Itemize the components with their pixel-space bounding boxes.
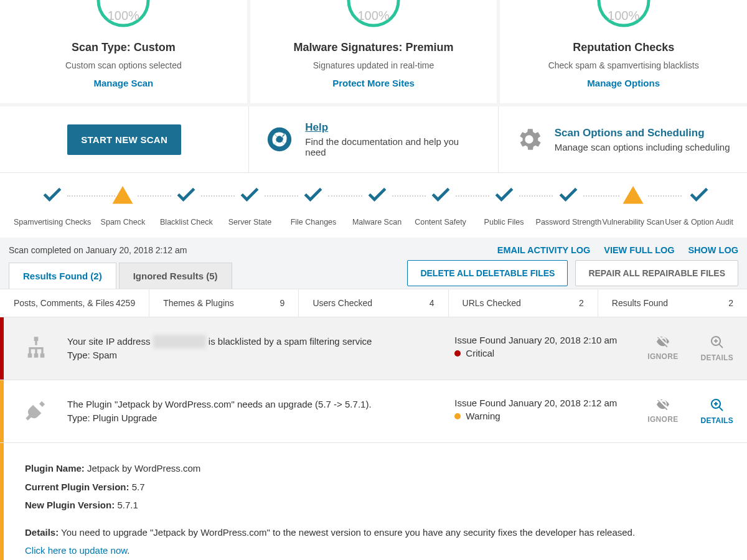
gauge-scan-type: 100% Scan Type: Custom Custom scan optio… xyxy=(0,0,247,103)
manage-options-link[interactable]: Manage Options xyxy=(587,78,660,88)
protect-sites-link[interactable]: Protect More Sites xyxy=(332,78,415,88)
tab-ignored-results[interactable]: Ignored Results (5) xyxy=(119,263,232,289)
gauge-signatures: 100% Malware Signatures: Premium Signatu… xyxy=(250,0,497,103)
check-icon xyxy=(238,184,261,207)
plug-icon xyxy=(17,398,55,425)
gauge-reputation: 100% Reputation Checks Check spam & spam… xyxy=(500,0,747,103)
check-item: Vulnerability Scan xyxy=(601,184,665,226)
check-item: Server State xyxy=(218,184,281,226)
help-link[interactable]: Help xyxy=(305,121,328,133)
check-item: Spam Check xyxy=(91,184,154,226)
check-item: Malware Scan xyxy=(345,184,408,226)
help-cell[interactable]: Help Find the documentation and help you… xyxy=(249,106,498,172)
severity-dot xyxy=(454,413,461,419)
warn-icon xyxy=(622,184,644,207)
stat-cell: Results Found2 xyxy=(598,289,747,317)
check-icon xyxy=(175,184,197,207)
gauge-row: 100% Scan Type: Custom Custom scan optio… xyxy=(0,0,747,103)
show-log-link[interactable]: SHOW LOG xyxy=(688,245,738,255)
stat-cell: URLs Checked2 xyxy=(449,289,598,317)
tab-results-found[interactable]: Results Found (2) xyxy=(9,263,116,289)
check-icon xyxy=(366,184,388,207)
scan-options-link[interactable]: Scan Options and Scheduling xyxy=(555,127,730,139)
check-icon xyxy=(688,184,710,207)
delete-all-button[interactable]: DELETE ALL DELETABLE FILES xyxy=(407,260,568,286)
view-full-log-link[interactable]: VIEW FULL LOG xyxy=(604,245,674,255)
update-now-link[interactable]: Click here to update now xyxy=(25,545,127,556)
stat-cell: Themes & Plugins9 xyxy=(149,289,299,317)
check-icon xyxy=(493,184,515,207)
stats-bar: Posts, Comments, & Files4259Themes & Plu… xyxy=(0,289,747,317)
action-row: START NEW SCAN Help Find the documentati… xyxy=(0,106,747,172)
check-item: File Changes xyxy=(281,184,345,226)
checks-ribbon: Spamvertising ChecksSpam CheckBlacklist … xyxy=(0,172,747,238)
check-icon xyxy=(302,184,324,207)
details-button[interactable]: DETAILS xyxy=(700,398,733,425)
check-icon xyxy=(430,184,452,207)
start-new-scan-button[interactable]: START NEW SCAN xyxy=(67,124,181,155)
repair-all-button[interactable]: REPAIR ALL REPAIRABLE FILES xyxy=(575,260,738,286)
lifering-icon xyxy=(265,125,294,154)
scan-completed-text: Scan completed on January 20, 2018 2:12 … xyxy=(9,245,187,255)
ignore-button[interactable]: IGNORE xyxy=(647,335,678,361)
issue-row: The Plugin "Jetpack by WordPress.com" ne… xyxy=(0,380,747,443)
sitemap-icon xyxy=(17,335,55,362)
check-item: Password Strength xyxy=(536,184,602,226)
issue-details-panel: Plugin Name: Jetpack by WordPress.com Cu… xyxy=(0,443,747,560)
check-item: Spamvertising Checks xyxy=(14,184,91,226)
check-item: Content Safety xyxy=(409,184,472,226)
check-icon xyxy=(41,184,63,207)
stat-cell: Posts, Comments, & Files4259 xyxy=(0,289,149,317)
severity-dot xyxy=(454,350,461,357)
scan-options-cell[interactable]: Scan Options and Scheduling Manage scan … xyxy=(499,106,747,172)
result-tabs: Results Found (2) Ignored Results (5) xyxy=(9,263,232,289)
status-bar: Scan completed on January 20, 2018 2:12 … xyxy=(0,238,747,260)
check-item: Blacklist Check xyxy=(154,184,218,226)
check-item: Public Files xyxy=(472,184,536,226)
details-button[interactable]: DETAILS xyxy=(700,335,733,362)
issue-row: Your site IP address ████████ is blackli… xyxy=(0,317,747,380)
email-activity-log-link[interactable]: EMAIL ACTIVITY LOG xyxy=(497,245,591,255)
check-item: User & Option Audit xyxy=(665,184,733,226)
manage-scan-link[interactable]: Manage Scan xyxy=(93,78,153,88)
gear-icon xyxy=(515,125,543,154)
warn-icon xyxy=(111,184,134,207)
stat-cell: Users Checked4 xyxy=(299,289,448,317)
ignore-button[interactable]: IGNORE xyxy=(647,398,678,424)
check-icon xyxy=(557,184,580,207)
